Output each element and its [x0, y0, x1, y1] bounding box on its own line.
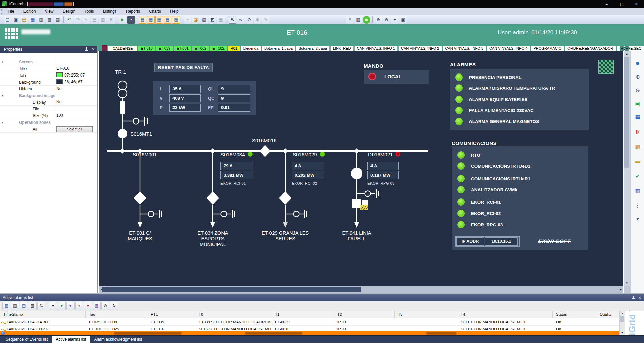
filter-apply-icon[interactable]: ▼ — [75, 302, 83, 310]
link-icon[interactable]: ∞ — [237, 16, 245, 24]
menu-help[interactable]: Help — [166, 8, 182, 15]
snap-icon[interactable]: ▩ — [354, 16, 362, 24]
target-icon[interactable]: ⊕ — [254, 16, 261, 24]
zoom-in-icon[interactable]: ⊕ — [633, 72, 642, 81]
menu-reports[interactable]: Reports — [122, 8, 144, 15]
switch-diamond[interactable] — [206, 191, 219, 205]
tab-et016[interactable]: ET-016 — [138, 46, 155, 51]
switch-diamond[interactable] — [279, 191, 292, 205]
close-panel-icon[interactable]: ✕ — [638, 294, 641, 301]
vscroll-thumb[interactable] — [624, 57, 629, 168]
tab-reenganxador[interactable]: ORDRE.REENGANXADOR — [565, 46, 616, 51]
find-icon[interactable]: ⊙ — [101, 302, 109, 310]
property-group-background-image[interactable]: ▾ Background image — [0, 92, 97, 99]
undo-icon[interactable]: ↶ — [65, 16, 73, 24]
tab-botonera2[interactable]: Botonera_2.capa — [296, 46, 330, 51]
col-tag[interactable]: Tag — [86, 311, 147, 318]
expander-icon[interactable]: ▾ — [0, 94, 5, 97]
maximize-button[interactable]: ▢ — [617, 0, 626, 8]
switch-diamond[interactable] — [134, 191, 146, 205]
pan-icon[interactable]: + — [391, 16, 399, 24]
copy-icon[interactable]: ▤ — [91, 16, 98, 24]
pointer-icon[interactable]: ↖ — [229, 16, 236, 24]
zoom-out-icon[interactable]: ⊖ — [633, 86, 642, 95]
col-rtu[interactable]: RTU — [147, 311, 195, 318]
fuse-symbol[interactable] — [120, 101, 125, 114]
toolbar-grip[interactable] — [1, 9, 2, 14]
property-value[interactable]: ET-016 — [55, 65, 97, 72]
transformer-symbol[interactable] — [118, 81, 127, 101]
table-scroll-thumb[interactable] — [620, 316, 624, 322]
earth-switch-icon[interactable] — [294, 211, 299, 217]
col-t4[interactable]: T4 — [457, 311, 553, 318]
grid-icon[interactable]: # — [346, 16, 354, 24]
property-value[interactable]: 100 — [55, 112, 97, 119]
trend-icon[interactable]: ◩ — [209, 16, 216, 24]
tab-scroll-left-icon[interactable]: ◀ — [620, 46, 624, 51]
close-button[interactable]: ✕ — [632, 0, 641, 8]
cut-icon[interactable]: ✂ — [82, 16, 90, 24]
list-icon[interactable]: ⋮ — [633, 201, 642, 210]
menu-edition[interactable]: Edition — [20, 8, 40, 15]
diagram-vscrollbar[interactable]: ▲ ▼ — [624, 51, 630, 286]
collapse-icon[interactable]: ▾ — [633, 215, 642, 224]
zoom-in-icon[interactable]: ⊕ — [374, 16, 382, 24]
earth-switch-icon[interactable] — [148, 211, 154, 217]
print-setup-icon[interactable]: ▧ — [29, 302, 37, 310]
fit-screen-icon[interactable]: ▣ — [633, 99, 642, 108]
col-quality[interactable]: Quality — [596, 311, 619, 318]
reset-pas-de-falta-button[interactable]: RESET PAS DE FALTA — [154, 63, 213, 72]
tab-et039[interactable]: ET-039 — [156, 46, 173, 51]
report-icon[interactable]: ▧ — [200, 16, 208, 24]
hscroll-thumb[interactable] — [102, 287, 361, 292]
tab-programacio[interactable]: PROGRAMACIO — [531, 46, 564, 51]
tab-linkred[interactable]: LINK_RED — [330, 46, 354, 51]
tab-alarm-acknowledgment[interactable]: Alarm acknowledgment list — [90, 336, 146, 343]
tab-scroll-right-icon[interactable]: ▶ — [625, 46, 629, 51]
screen-add-icon[interactable]: ▦ — [147, 16, 155, 24]
clock-icon[interactable]: ◔ — [184, 16, 191, 24]
columns-icon[interactable]: ▦ — [93, 302, 101, 310]
minimize-button[interactable]: – — [602, 0, 611, 8]
tab-canvinyals2[interactable]: CAN VINYALS. INFO 2 — [398, 46, 442, 51]
print-list-icon[interactable]: ▥ — [11, 302, 19, 310]
filter-edit-icon[interactable]: ▼ — [58, 302, 66, 310]
tab-caldense[interactable]: CALDENSE — [108, 46, 137, 51]
breaker-closed[interactable] — [351, 168, 362, 179]
scroll-up-icon[interactable]: ▲ — [620, 312, 625, 315]
chart-icon[interactable]: ◪ — [192, 16, 200, 24]
menu-tools[interactable]: Tools — [81, 8, 98, 15]
open-icon[interactable]: ▣ — [12, 16, 20, 24]
filter-icon[interactable]: ▼ — [49, 302, 57, 310]
screen-props-icon[interactable]: ▦ — [155, 16, 163, 24]
property-value[interactable]: 87; 255; 87 — [55, 72, 97, 79]
earth-switch-icon[interactable] — [221, 211, 227, 217]
menu-view[interactable]: View — [41, 8, 57, 15]
pin-icon[interactable] — [85, 47, 88, 51]
table-vscrollbar[interactable]: ▲ ▼ — [619, 311, 625, 335]
screens-icon[interactable]: ▦ — [139, 16, 146, 24]
expander-icon[interactable]: ▾ — [0, 121, 5, 124]
tab-canvinyals4[interactable]: CAN VINYALS. INFO 4 — [487, 46, 530, 51]
tab-et102[interactable]: ET-102 — [210, 46, 227, 51]
coupler-s016m016[interactable] — [259, 145, 271, 157]
color-swatch[interactable] — [56, 79, 63, 84]
screen-alarms-icon[interactable]: ▦ — [172, 16, 180, 24]
breaker-s016mt1[interactable] — [118, 129, 127, 138]
property-value[interactable]: 36; 46; 67 — [55, 79, 97, 85]
close-panel-icon[interactable]: ✕ — [92, 46, 95, 53]
expander-icon[interactable]: ▾ — [0, 60, 5, 64]
menu-listings[interactable]: Listings — [99, 8, 120, 15]
zoom-out-icon[interactable]: ⊖ — [383, 16, 390, 24]
tab-botonera1[interactable]: Botonera_1.capa — [262, 46, 295, 51]
property-value[interactable]: No — [55, 86, 97, 92]
redacted-tab[interactable] — [102, 45, 107, 51]
tab-r01[interactable]: R01 — [228, 46, 240, 51]
diagram-hscrollbar[interactable]: ◀ ▶ — [99, 286, 623, 293]
redo-icon[interactable]: ↷ — [74, 16, 82, 24]
col-status[interactable]: Status — [553, 311, 596, 318]
select-all-button[interactable]: Select all — [56, 126, 93, 132]
filter-clear-icon[interactable]: ▼ — [84, 302, 92, 310]
layers-icon[interactable]: ▦ — [633, 113, 642, 121]
table-row[interactable]: 14/01/2020 11:45:14.366 ET039_DI_0008 ET… — [0, 318, 619, 326]
